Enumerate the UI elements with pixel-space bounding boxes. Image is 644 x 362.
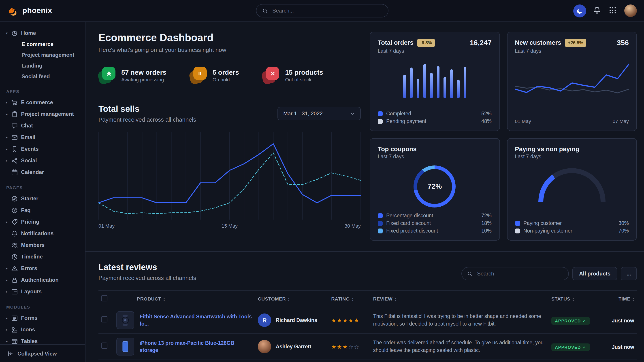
more-options-button[interactable]: ... (621, 267, 637, 280)
global-search-input[interactable] (272, 7, 382, 14)
sidebar-item-project-management[interactable]: ▸ Project management (0, 108, 85, 120)
sidebar-item-faq[interactable]: Faq (0, 204, 85, 216)
search-icon (467, 271, 472, 276)
legend-label: Completed (386, 111, 411, 116)
reviews-header: Latest reviews Payment received across a… (98, 263, 637, 281)
sidebar-item-members[interactable]: Members (0, 239, 85, 251)
legend-label: Pending payment (386, 118, 426, 124)
caret-right-icon: ▸ (6, 278, 11, 282)
reviews-search[interactable] (462, 267, 569, 280)
user-avatar[interactable] (624, 4, 637, 17)
sort-icon: ▴▾ (163, 297, 165, 301)
theme-toggle-button[interactable] (573, 4, 586, 17)
status-badge: APPROVED✓ (551, 317, 590, 325)
sidebar-item-pricing[interactable]: ▸ Pricing (0, 216, 85, 228)
sidebar-item-social-feed[interactable]: Social feed (0, 71, 85, 82)
sidebar-item-layouts[interactable]: ▸ Layouts (0, 286, 85, 297)
review-time: Just now (612, 318, 634, 323)
app-root: phoenix ▾ HomeE commerceProject manageme… (0, 0, 644, 362)
sidebar-item-icons[interactable]: ▸ Icons (0, 324, 85, 335)
order-bar (423, 64, 426, 98)
column-header-review[interactable]: REVIEW▴▾ (370, 291, 549, 307)
sidebar-item-authentication[interactable]: ▸ Authentication (0, 274, 85, 286)
sidebar-item-home[interactable]: ▾ Home (0, 27, 85, 39)
legend-row: Paying customer 30% (515, 220, 629, 226)
x-icon (269, 70, 276, 77)
stat-value: 57 new orders (121, 68, 166, 76)
legend-swatch (378, 119, 383, 124)
sidebar-item-forms[interactable]: ▸ Forms (0, 312, 85, 324)
stat-57-new-orders: 57 new orders Awating processing (98, 67, 166, 84)
bell-icon (11, 230, 18, 237)
phoenix-logo-icon (7, 5, 18, 16)
sidebar-item-notifications[interactable]: Notifications (0, 228, 85, 239)
legend-swatch (378, 213, 383, 218)
dashboard-cards: Total orders -6.8% 16,247 Last 7 days Co… (370, 32, 637, 241)
product-link[interactable]: iPhone 13 pro max-Pacific Blue-128GB sto… (140, 340, 252, 354)
review-text: This Fitbit is fantastic! I was trying t… (373, 313, 546, 328)
dashboard-left-column: Ecommerce Dashboard Here's what's going … (98, 32, 361, 241)
collapsed-view-toggle[interactable]: Collapsed View (0, 344, 85, 362)
column-header-time[interactable]: TIME▴▾ (601, 291, 637, 307)
sidebar-item-social[interactable]: ▸ Social (0, 155, 85, 166)
sidebar-item-events[interactable]: ▸ Events (0, 143, 85, 155)
card-title: Top coupons (378, 145, 417, 152)
reviews-search-input[interactable] (476, 270, 563, 277)
all-products-button[interactable]: All products (572, 267, 617, 280)
star-icon: ☆ (348, 344, 354, 350)
order-bar (444, 77, 446, 98)
sidebar-item-e-commerce[interactable]: ▸ E commerce (0, 97, 85, 108)
sidebar-item-landing[interactable]: Landing (0, 60, 85, 71)
customer-avatar[interactable]: R (258, 314, 271, 327)
notifications-button[interactable] (593, 6, 602, 15)
check-icon: ✓ (583, 318, 586, 323)
total-orders-card: Total orders -6.8% 16,247 Last 7 days Co… (370, 32, 500, 131)
column-header-rating[interactable]: RATING▴▾ (328, 291, 370, 307)
sidebar-item-e-commerce[interactable]: E commerce (0, 39, 85, 50)
sidebar: ▾ HomeE commerceProject managementLandin… (0, 22, 86, 362)
sidebar-item-project-management[interactable]: Project management (0, 50, 85, 60)
product-link[interactable]: Fitbit Sense Advanced Smartwatch with To… (140, 313, 252, 327)
star-icon: ★ (331, 318, 337, 324)
stat-caption: Awating processing (121, 77, 166, 82)
customer-avatar[interactable] (258, 340, 271, 353)
column-header-status[interactable]: STATUS▴▾ (549, 291, 601, 307)
question-icon (11, 207, 18, 214)
sidebar-item-email[interactable]: ▸ Email (0, 131, 85, 143)
layout-icon (11, 288, 18, 295)
legend-value: 52% (481, 111, 492, 116)
sidebar-item-starter[interactable]: Starter (0, 193, 85, 204)
column-header-product[interactable]: PRODUCT▴▾ (114, 291, 255, 307)
page-title: Ecommerce Dashboard (98, 32, 361, 44)
sidebar-item-errors[interactable]: ▸ Errors (0, 263, 85, 274)
star-icon: ★ (337, 318, 342, 324)
collapsed-view-label: Collapsed View (18, 350, 57, 357)
caret-right-icon: ▸ (6, 328, 11, 332)
sidebar-item-timeline[interactable]: Timeline (0, 251, 85, 263)
x-axis-label: 01 May (515, 118, 531, 124)
column-header-customer[interactable]: CUSTOMER▴▾ (255, 291, 328, 307)
row-checkbox[interactable] (101, 343, 108, 349)
legend-swatch (378, 221, 383, 226)
star-icon: ★ (342, 344, 348, 350)
status-badge: APPROVED✓ (551, 343, 590, 351)
sidebar-section-label-modules: MODULES (0, 305, 85, 310)
row-checkbox[interactable] (101, 316, 108, 323)
apps-grid-button[interactable] (609, 6, 618, 15)
star-blob-icon (98, 67, 116, 84)
sidebar-item-tables[interactable]: ▸ Tables (0, 335, 85, 344)
global-search[interactable] (256, 4, 388, 17)
legend-label: Percentage discount (386, 213, 433, 218)
chat-icon (11, 122, 18, 129)
coupons-donut-chart: 72% (414, 165, 456, 208)
card-period: Last 7 days (378, 48, 492, 54)
select-all-checkbox[interactable] (101, 295, 108, 301)
reviews-table: PRODUCT▴▾ CUSTOMER▴▾ RATING▴▾ REVIEW▴▾ S… (98, 290, 637, 362)
brand[interactable]: phoenix (7, 5, 52, 16)
sidebar-item-chat[interactable]: Chat (0, 120, 85, 131)
stat-15-products: 15 products Out of stock (262, 67, 323, 84)
x-axis-label: 30 May (273, 223, 361, 229)
sidebar-item-calendar[interactable]: Calendar (0, 166, 85, 178)
review-text: The order was delivered ahead of schedul… (373, 339, 546, 355)
date-range-select[interactable]: Mar 1 - 31, 2022 (278, 107, 361, 120)
